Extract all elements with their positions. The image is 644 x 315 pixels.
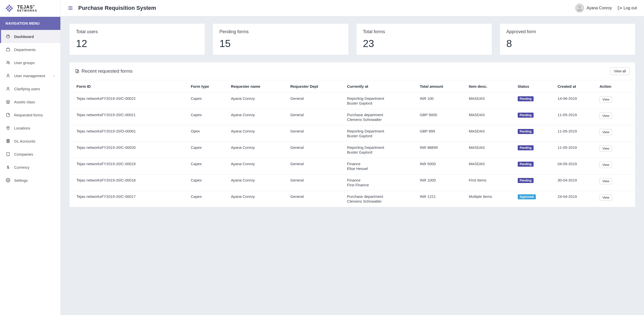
cell-total-amount: INR 1221	[417, 191, 466, 207]
svg-point-15	[7, 74, 9, 76]
logout-label: Log out	[624, 6, 637, 10]
cell-requester-dept: General	[288, 109, 345, 125]
calculator-icon	[6, 139, 11, 144]
view-button[interactable]: View	[599, 113, 612, 119]
view-button[interactable]: View	[599, 145, 612, 152]
view-button[interactable]: View	[599, 194, 612, 201]
stat-value: 23	[363, 38, 485, 49]
cell-form-type: Capex	[188, 191, 229, 207]
svg-point-5	[6, 8, 7, 9]
cell-action: View	[597, 93, 635, 109]
cell-requester-name: Ayana Conroy	[228, 109, 288, 125]
sidebar-item-gl-accounts[interactable]: GL Accounts	[0, 134, 60, 148]
svg-point-10	[10, 9, 12, 11]
cell-form-type: Capex	[188, 158, 229, 174]
view-button[interactable]: View	[599, 129, 612, 135]
view-button[interactable]: View	[599, 178, 612, 184]
sidebar-item-dashboard[interactable]: Dashboard	[0, 30, 60, 43]
cell-currently-at: Reporting DepartmentBuster Gaylord	[345, 93, 417, 109]
cell-currently-at: FinanceFirst Finance	[345, 174, 417, 191]
sidebar-item-currency[interactable]: Currency	[0, 161, 60, 174]
nav-label: Clarifying users	[14, 87, 40, 91]
cell-requester-name: Ayana Conroy	[228, 191, 288, 207]
view-button[interactable]: View	[599, 96, 612, 103]
nav-label: Locations	[14, 126, 30, 130]
view-button[interactable]: View	[599, 162, 612, 168]
nav-label: GL Accounts	[14, 139, 35, 143]
stat-row: Total users 12 Pending forms 15 Total fo…	[69, 23, 635, 55]
cell-currently-at: Reporting DepartmentBuster Gaylord	[345, 142, 417, 158]
cell-item-desc: Multiple Items	[466, 191, 515, 207]
nav-label: Currency	[14, 165, 29, 169]
svg-point-13	[7, 61, 8, 63]
chevron-left-icon: ‹	[54, 74, 55, 78]
col-form-type: Form type	[188, 80, 229, 93]
cell-created-at: 04-05-2019	[555, 158, 597, 174]
sidebar-item-locations[interactable]: Locations	[0, 121, 60, 134]
col-requester-dept: Requester Dept	[288, 80, 345, 93]
cell-currently-at: Purchase departmentClemens Schowalter	[345, 109, 417, 125]
sidebar-item-clarifying-users[interactable]: Clarifying users	[0, 82, 60, 95]
cell-item-desc: MASDAS	[466, 109, 515, 125]
cell-created-at: 11-05-2019	[555, 125, 597, 142]
cell-form-type: Capex	[188, 109, 229, 125]
sidebar-item-assets-class[interactable]: Assets class	[0, 95, 60, 108]
cell-form-id: Tejas networksFY2019-20/C-00019	[69, 158, 188, 174]
svg-point-7	[10, 6, 12, 8]
panel-header: Recent requested forms View all	[69, 62, 635, 80]
cell-requester-name: Ayana Conroy	[228, 93, 288, 109]
nav-label: Assets class	[14, 100, 35, 104]
sidebar-item-departments[interactable]: Departments	[0, 43, 60, 56]
cell-requester-name: Ayana Conroy	[228, 142, 288, 158]
user-icon	[6, 86, 11, 91]
sidebar-item-user-groups[interactable]: User groups	[0, 56, 60, 69]
svg-point-23	[7, 142, 8, 142]
cell-item-desc: MASDAS	[466, 93, 515, 109]
sidebar-item-companies[interactable]: Companies	[0, 148, 60, 161]
cell-item-desc: MASDAS	[466, 158, 515, 174]
dollar-icon	[6, 165, 11, 170]
nav-label: User groups	[14, 61, 35, 65]
logout-icon	[618, 6, 622, 10]
view-all-button[interactable]: View all	[610, 67, 630, 75]
cell-created-at: 14-06-2019	[555, 93, 597, 109]
cell-form-id: Tejas networksFY2019-20/C-00018	[69, 174, 188, 191]
sidebar-item-user-management[interactable]: User management ‹	[0, 69, 60, 82]
table-row: Tejas networksFY2019-20/O-00001 Opex Aya…	[69, 125, 635, 142]
svg-point-14	[9, 62, 10, 63]
svg-point-24	[8, 142, 8, 142]
cell-item-desc: MASDAS	[466, 125, 515, 142]
status-badge: Pending	[518, 162, 534, 167]
cell-total-amount: INR 100	[417, 93, 466, 109]
stat-label: Total forms	[363, 29, 485, 34]
user-icon	[6, 73, 11, 78]
topbar: Purchase Requisition System Ayana Conroy…	[61, 0, 644, 16]
cell-total-amount: GBP 899	[417, 125, 466, 142]
menu-toggle-button[interactable]	[68, 5, 73, 11]
cell-form-id: Tejas networksFY2019-20/O-00001	[69, 125, 188, 142]
stat-value: 8	[506, 38, 629, 49]
building-icon	[6, 152, 11, 157]
stat-value: 12	[76, 38, 198, 49]
logo-icon	[4, 3, 15, 14]
sidebar-item-requested-forms[interactable]: Requested forms	[0, 108, 60, 121]
cell-status: Pending	[515, 158, 555, 174]
sidebar-item-settings[interactable]: Settings	[0, 174, 60, 187]
cell-created-at: 11-05-2019	[555, 109, 597, 125]
cell-requester-dept: General	[288, 142, 345, 158]
col-status: Status	[515, 80, 555, 93]
logout-button[interactable]: Log out	[618, 6, 637, 10]
svg-rect-19	[7, 140, 9, 141]
cell-total-amount: INR 88899	[417, 142, 466, 158]
user-chip[interactable]: Ayana Conroy	[575, 4, 612, 13]
col-currently-at: Currently at	[345, 80, 417, 93]
cell-action: View	[597, 191, 635, 207]
logo-text: TEJAS® NETWORKS	[17, 5, 37, 12]
nav-label: Departments	[14, 48, 36, 52]
table-row: Tejas networksFY2019-20/C-00022 Capex Ay…	[69, 93, 635, 109]
cell-requester-dept: General	[288, 158, 345, 174]
status-badge: Pending	[518, 178, 534, 183]
avatar	[575, 4, 584, 13]
cell-form-type: Capex	[188, 93, 229, 109]
cell-status: Pending	[515, 109, 555, 125]
